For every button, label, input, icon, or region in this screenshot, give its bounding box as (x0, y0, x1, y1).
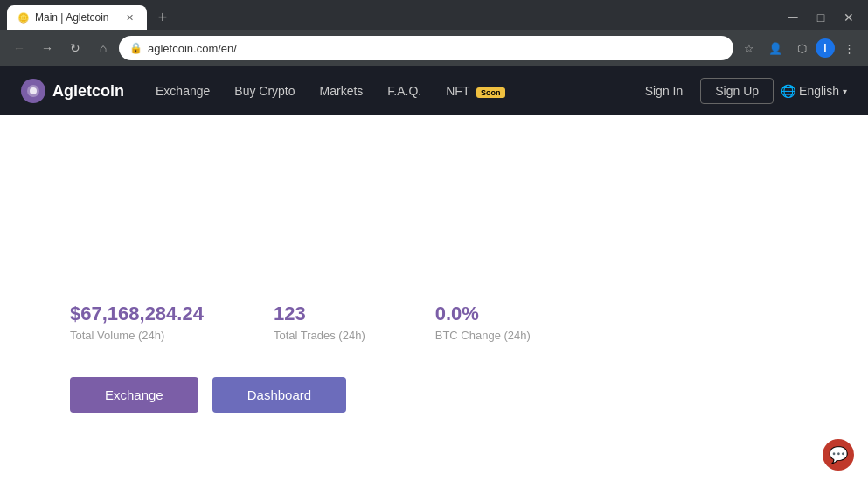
browser-toolbar: ← → ↻ ⌂ 🔒 agletcoin.com/en/ ☆ 👤 ⬡ i ⋮ (0, 30, 868, 66)
nav-link-buy-crypto[interactable]: Buy Crypto (224, 79, 305, 103)
back-button[interactable]: ← (7, 36, 31, 60)
stat-trades: 123 Total Trades (24h) (274, 303, 365, 342)
new-tab-button[interactable]: + (150, 5, 175, 30)
stat-btc-label: BTC Change (24h) (435, 329, 531, 342)
tab-title: Main | Agletcoin (35, 11, 117, 24)
stat-btc: 0.0% BTC Change (24h) (435, 303, 531, 342)
stat-trades-label: Total Trades (24h) (274, 329, 365, 342)
stat-volume: $67,168,284.24 Total Volume (24h) (70, 303, 204, 342)
lock-icon: 🔒 (129, 42, 142, 54)
logo-text: Agletcoin (52, 82, 124, 101)
chevron-down-icon: ▾ (843, 87, 847, 96)
sign-up-button[interactable]: Sign Up (700, 78, 774, 104)
active-tab[interactable]: 🪙 Main | Agletcoin ✕ (7, 5, 147, 30)
toolbar-actions: ☆ 👤 ⬡ i ⋮ (737, 36, 861, 60)
logo-link[interactable]: Agletcoin (21, 79, 124, 103)
stat-btc-value: 0.0% (435, 303, 531, 325)
forward-button[interactable]: → (35, 36, 59, 60)
website: Agletcoin Exchange Buy Crypto Markets F.… (0, 66, 868, 465)
tab-favicon: 🪙 (17, 12, 30, 24)
nft-badge: Soon (476, 87, 505, 98)
main-nav: Agletcoin Exchange Buy Crypto Markets F.… (0, 66, 868, 115)
close-window-button[interactable]: ✕ (837, 5, 861, 30)
exchange-button[interactable]: Exchange (70, 377, 198, 413)
svg-point-1 (30, 87, 37, 94)
main-content: $67,168,284.24 Total Volume (24h) 123 To… (0, 115, 868, 465)
url-text: agletcoin.com/en/ (148, 42, 723, 55)
minimize-button[interactable]: ─ (781, 5, 805, 30)
stat-volume-value: $67,168,284.24 (70, 303, 204, 325)
bookmark-button[interactable]: ☆ (737, 36, 761, 60)
stat-volume-label: Total Volume (24h) (70, 329, 204, 342)
home-button[interactable]: ⌂ (91, 36, 115, 60)
chat-icon: 💬 (829, 445, 848, 464)
stats-row: $67,168,284.24 Total Volume (24h) 123 To… (70, 303, 798, 342)
dashboard-button[interactable]: Dashboard (212, 377, 346, 413)
tab-close-button[interactable]: ✕ (122, 10, 136, 24)
buttons-row: Exchange Dashboard (70, 377, 798, 413)
browser-chrome: 🪙 Main | Agletcoin ✕ + ─ □ ✕ ← → ↻ ⌂ 🔒 a… (0, 0, 868, 66)
nav-link-markets[interactable]: Markets (309, 79, 374, 103)
flag-icon: 🌐 (781, 84, 795, 98)
nav-link-faq[interactable]: F.A.Q. (377, 79, 432, 103)
language-label: English (799, 84, 839, 98)
nav-link-exchange[interactable]: Exchange (145, 79, 220, 103)
info-button[interactable]: i (816, 38, 835, 58)
sign-in-link[interactable]: Sign In (635, 79, 694, 103)
nav-right: Sign In Sign Up 🌐 English ▾ (635, 78, 847, 104)
language-selector[interactable]: 🌐 English ▾ (781, 84, 847, 98)
reload-button[interactable]: ↻ (63, 36, 87, 60)
account-button[interactable]: 👤 (763, 36, 788, 60)
nav-link-nft[interactable]: NFT Soon (435, 79, 515, 103)
tab-bar: 🪙 Main | Agletcoin ✕ + ─ □ ✕ (0, 0, 868, 30)
logo-icon (21, 79, 45, 103)
support-chat-button[interactable]: 💬 (823, 439, 854, 471)
cast-button[interactable]: ⬡ (789, 36, 814, 60)
nav-links: Exchange Buy Crypto Markets F.A.Q. NFT S… (145, 79, 635, 103)
menu-button[interactable]: ⋮ (837, 36, 861, 60)
address-bar[interactable]: 🔒 agletcoin.com/en/ (119, 36, 733, 60)
maximize-button[interactable]: □ (809, 5, 833, 30)
stat-trades-value: 123 (274, 303, 365, 325)
